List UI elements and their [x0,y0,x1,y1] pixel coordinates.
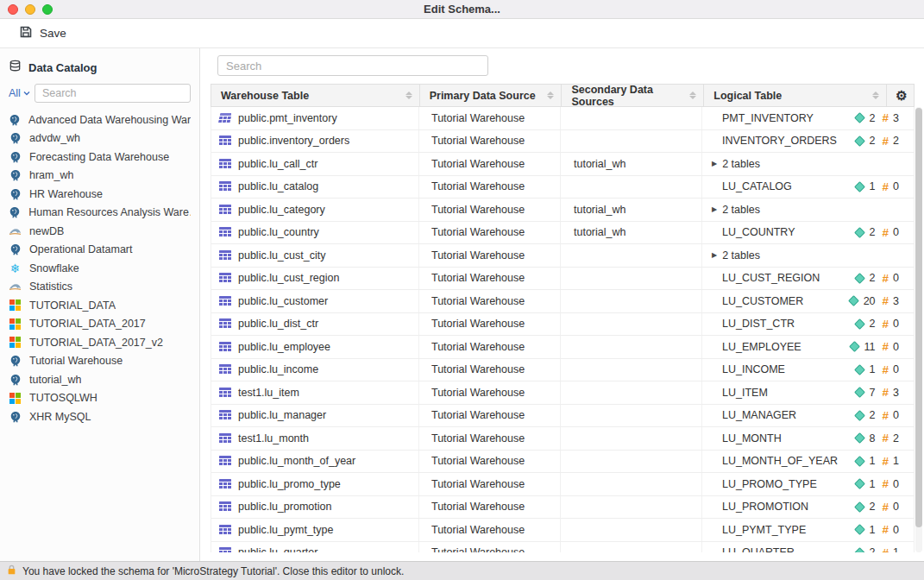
postgresql-icon [9,151,22,163]
sidebar-item[interactable]: Human Resources Analysis Ware… [0,204,199,223]
logical-table-counts: 20 # 3 [850,294,899,307]
save-floppy-icon [19,25,33,42]
sort-icon[interactable] [405,91,412,99]
logical-table-cell: ▶ 2 tables [702,199,912,221]
logical-table-counts: 1 # 1 [856,455,899,468]
attribute-count: 1 [870,363,876,375]
sidebar-item[interactable]: advdw_wh [0,129,199,148]
table-row[interactable]: test1.lu_item Tutorial Warehouse LU_ITEM… [211,381,914,405]
sidebar-item-label: hram_wh [29,169,73,181]
filter-all-dropdown[interactable]: All [9,87,30,99]
sidebar-item[interactable]: XHR MySQL [0,407,199,426]
table-search-input[interactable] [217,55,488,76]
table-row[interactable]: public.inventory_orders Tutorial Warehou… [211,130,914,154]
table-grid-icon [218,547,231,552]
microsoft-icon [9,299,22,311]
table-row[interactable]: public.lu_country Tutorial Warehouse tut… [211,222,914,245]
sidebar-item[interactable]: tutorial_wh [0,370,199,389]
sort-icon[interactable] [872,91,879,99]
column-header-logical-table[interactable]: Logical Table [704,85,887,106]
attribute-diamond-icon [854,524,865,535]
table-grid-icon [218,342,231,352]
sidebar-item[interactable]: ❄ Snowflake [0,259,199,278]
table-row[interactable]: public.lu_category Tutorial Warehouse tu… [211,199,914,222]
logical-table-name: INVENTORY_ORDERS [722,135,856,147]
table-row[interactable]: public.lu_employee Tutorial Warehouse LU… [211,336,914,359]
sidebar-item[interactable]: Operational Datamart [0,241,199,260]
data-catalog-sidebar: Data Catalog All Advanced Data Warehousi… [0,48,200,561]
table-row[interactable]: public.lu_manager Tutorial Warehouse LU_… [211,405,914,428]
sidebar-item[interactable]: TUTOSQLWH [0,389,199,408]
primary-data-source-cell: Tutorial Warehouse [419,244,561,267]
column-header-primary-data-source[interactable]: Primary Data Source [420,85,563,106]
sidebar-item[interactable]: HR Warehouse [0,185,199,204]
logical-table-name: LU_INCOME [722,363,856,375]
sidebar-item[interactable]: TUTORIAL_DATA_2017_v2 [0,333,199,352]
sidebar-search-input[interactable] [35,84,191,103]
sort-icon[interactable] [689,91,696,99]
table-row[interactable]: public.pmt_inventory Tutorial Warehouse … [211,107,914,130]
logical-table-entry: LU_PYMT_TYPE 1 # 0 [702,523,912,536]
logical-table-group-toggle[interactable]: ▶ 2 tables [702,249,760,262]
secondary-data-source-cell [561,542,702,553]
table-row[interactable]: public.lu_cust_city Tutorial Warehouse ▶… [211,244,914,268]
table-row[interactable]: public.lu_cust_region Tutorial Warehouse… [211,268,914,291]
fact-count: 3 [893,295,899,307]
table-row[interactable]: public.lu_call_ctr Tutorial Warehouse tu… [211,153,914,176]
postgresql-icon [9,243,22,255]
logical-table-name: LU_MONTH_OF_YEAR [722,455,856,467]
logical-table-group-toggle[interactable]: ▶ 2 tables [702,204,760,216]
logical-table-name: LU_MONTH [722,432,856,444]
table-row[interactable]: public.lu_promotion Tutorial Warehouse L… [211,496,914,520]
sidebar-item[interactable]: Tutorial Warehouse [0,352,199,371]
fact-hash-icon: # [883,135,889,148]
logical-table-counts: 2 # 0 [856,409,899,422]
sidebar-item[interactable]: TUTORIAL_DATA [0,296,199,315]
table-row[interactable]: public.lu_catalog Tutorial Warehouse LU_… [211,176,914,199]
secondary-data-source-cell [561,336,702,358]
fact-count: 2 [893,432,899,444]
column-header-secondary-data-sources[interactable]: Secondary Data Sources [562,85,704,106]
sidebar-item[interactable]: Advanced Data Warehousing War… [0,110,199,129]
fact-count: 1 [893,455,899,467]
vertical-scrollbar[interactable] [915,107,922,552]
secondary-data-source-cell [561,473,702,495]
table-row[interactable]: public.lu_month_of_year Tutorial Warehou… [211,451,914,474]
logical-table-group-toggle[interactable]: ▶ 2 tables [702,158,760,170]
logical-table-cell: LU_CATALOG 1 # 0 [702,176,912,199]
sidebar-item-label: TUTORIAL_DATA [29,299,116,312]
attribute-diamond-icon [854,181,865,192]
column-header-warehouse-table[interactable]: Warehouse Table [211,85,420,106]
table-row[interactable]: test1.lu_month Tutorial Warehouse LU_MON… [211,427,914,451]
sort-icon[interactable] [547,91,554,99]
sidebar-item-label: Human Resources Analysis Ware… [28,206,191,218]
scrollbar-thumb[interactable] [915,108,922,527]
sidebar-item[interactable]: Forecasting Data Warehouse [0,148,199,167]
table-row[interactable]: public.lu_income Tutorial Warehouse LU_I… [211,359,914,382]
table-row[interactable]: public.lu_customer Tutorial Warehouse LU… [211,290,914,313]
fact-hash-icon: # [883,226,889,239]
table-row[interactable]: public.lu_promo_type Tutorial Warehouse … [211,473,914,496]
sidebar-item[interactable]: newDB [0,222,199,241]
logical-table-counts: 1 # 0 [856,523,899,536]
sidebar-item[interactable]: Statistics [0,278,199,297]
attribute-count: 2 [870,318,876,330]
attribute-diamond-icon [854,547,865,552]
attribute-diamond-icon [854,478,865,489]
logical-table-entry: LU_CUSTOMER 20 # 3 [702,294,912,307]
fact-count: 0 [893,501,899,513]
warehouse-table-name: public.pmt_inventory [238,112,337,124]
logical-table-counts: 1 # 0 [856,477,899,490]
sidebar-item[interactable]: hram_wh [0,167,199,186]
table-row[interactable]: public.lu_quarter Tutorial Warehouse LU_… [211,542,914,553]
save-button[interactable]: Save [19,25,66,42]
sidebar-item[interactable]: TUTORIAL_DATA_2017 [0,315,199,334]
table-row[interactable]: public.lu_dist_ctr Tutorial Warehouse LU… [211,313,914,337]
column-settings-gear-icon[interactable]: ⚙ [887,85,914,106]
primary-data-source-cell: Tutorial Warehouse [419,176,561,199]
secondary-data-source-cell [561,176,702,199]
attribute-count: 7 [870,387,876,399]
table-row[interactable]: public.lu_pymt_type Tutorial Warehouse L… [211,519,914,542]
warehouse-table-name: public.lu_promo_type [238,478,341,490]
fact-hash-icon: # [883,363,889,376]
